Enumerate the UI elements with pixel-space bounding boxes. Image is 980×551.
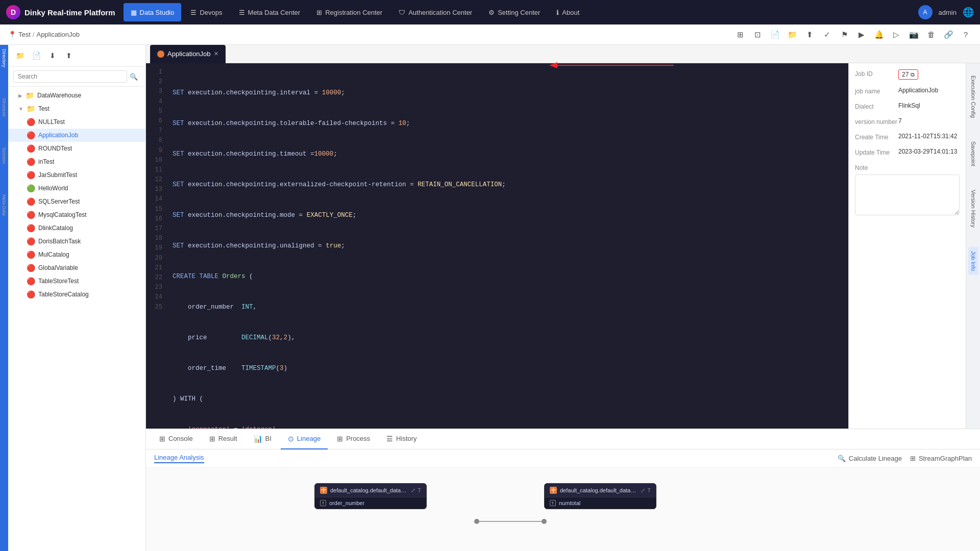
- user-avatar[interactable]: A: [918, 5, 933, 19]
- nav-reg-label: Registration Center: [325, 9, 382, 16]
- toolbar-icon-delete[interactable]: 🗑: [925, 29, 937, 41]
- toolbar-icon-layout[interactable]: ⊞: [734, 29, 746, 41]
- sidebar-mini-session[interactable]: Session: [2, 147, 7, 164]
- search-button[interactable]: 🔍: [127, 70, 140, 83]
- stream-graph-button[interactable]: ⊞ StreamGraphPlan: [910, 455, 972, 462]
- right-tab-jobinfo[interactable]: Job Info: [968, 247, 978, 275]
- bottom-tab-result[interactable]: ⊞ Result: [202, 429, 244, 449]
- sidebar-mini-directory[interactable]: Directory: [2, 49, 7, 67]
- right-panel-content: Job ID 27 ⧉ job name ApplicationJob Dial…: [849, 63, 966, 429]
- node-field-numtotal: T numtotal: [545, 497, 656, 509]
- right-tab-savepoint[interactable]: Savepoint: [968, 137, 978, 170]
- logo-icon: D: [6, 5, 20, 19]
- tree-item-appjob[interactable]: 🔴 ApplicationJob: [8, 129, 145, 142]
- nav-devops[interactable]: ☰ Devops: [183, 3, 229, 21]
- nav-devops-icon: ☰: [190, 9, 197, 16]
- tree-item-test[interactable]: ▼ 📁 Test: [8, 102, 145, 115]
- tree-item-nulltest[interactable]: 🔴 NULLTest: [8, 115, 145, 129]
- nav-setting[interactable]: ⚙ Setting Center: [481, 3, 547, 21]
- breadcrumb-test[interactable]: Test: [18, 31, 31, 38]
- tree-item-globalvar[interactable]: 🔴 GlobalVariable: [8, 261, 145, 274]
- nav-meta-data[interactable]: ☰ Meta Data Center: [232, 3, 308, 21]
- chevron-down-icon: ▼: [18, 106, 23, 112]
- nav-data-studio[interactable]: ▦ Data Studio: [124, 3, 182, 21]
- nav-registration[interactable]: ⊞ Registration Center: [309, 3, 389, 21]
- toolbar-icon-view[interactable]: ⊡: [751, 29, 764, 41]
- calculate-lineage-button[interactable]: 🔍 Calculate Lineage: [838, 455, 902, 462]
- toolbar-icon-flag[interactable]: ⚑: [838, 29, 850, 41]
- update-time-label: Update Time: [855, 148, 898, 156]
- calculate-label: Calculate Lineage: [849, 455, 902, 462]
- nav-devops-label: Devops: [200, 9, 222, 16]
- nav-auth[interactable]: 🛡 Authentication Center: [391, 3, 479, 21]
- process-label: Process: [346, 435, 370, 442]
- download-icon[interactable]: ⬇: [46, 49, 59, 62]
- node-header-pt: default_catalog.default_database.pt ⤢ T: [545, 484, 656, 497]
- tree-item-intest[interactable]: 🔴 inTest: [8, 155, 145, 168]
- toolbar-icon-help[interactable]: ?: [960, 29, 972, 41]
- prop-job-name: job name ApplicationJob: [855, 87, 960, 95]
- tree-item-roundtest[interactable]: 🔴 ROUNDTest: [8, 142, 145, 155]
- tree-item-jarsubmit[interactable]: 🔴 JarSubmitTest: [8, 168, 145, 182]
- toolbar-icon-link[interactable]: 🔗: [942, 29, 954, 41]
- toolbar-icon-camera[interactable]: 📷: [908, 29, 920, 41]
- new-folder-icon[interactable]: 📁: [13, 49, 27, 62]
- field-name-numtotal: numtotal: [559, 500, 580, 506]
- top-nav: D Dinky Real-time Platform ▦ Data Studio…: [0, 0, 980, 24]
- right-tab-execution[interactable]: Execution Config: [968, 71, 978, 122]
- toolbar-icon-play[interactable]: ▶: [855, 29, 868, 41]
- toolbar-icon-bell[interactable]: 🔔: [873, 29, 885, 41]
- tree-item-helloworld[interactable]: 🟢 HelloWorld: [8, 182, 145, 195]
- new-file-icon[interactable]: 📄: [30, 49, 43, 62]
- tree-label-appjob: ApplicationJob: [38, 132, 78, 139]
- file-icon-tablestorecatalog: 🔴: [27, 290, 35, 298]
- search-input[interactable]: [13, 70, 127, 83]
- tree-item-tablestorecatalog[interactable]: 🔴 TableStoreCatalog: [8, 288, 145, 301]
- right-tab-version[interactable]: Version History: [968, 186, 978, 232]
- tree-item-mulcatalog[interactable]: 🔴 MulCatalog: [8, 248, 145, 261]
- console-label: Console: [168, 435, 193, 442]
- tree-item-dorisbatch[interactable]: 🔴 DorisBatchTask: [8, 235, 145, 248]
- node-expand-icon-pt[interactable]: ⤢: [641, 487, 645, 494]
- node-actions-orders: ⤢ T: [411, 487, 421, 494]
- bottom-tab-bi[interactable]: 📊 BI: [247, 429, 279, 449]
- node-actions-pt: ⤢ T: [641, 487, 651, 494]
- bottom-tab-process[interactable]: ⊞ Process: [330, 429, 377, 449]
- sidebar-mini-structure[interactable]: Structure: [2, 98, 7, 117]
- tab-file-icon: [157, 51, 164, 58]
- tree-item-dlinkcatalog[interactable]: 🔴 DlinkCatalog: [8, 221, 145, 235]
- upload-icon[interactable]: ⬆: [62, 49, 76, 62]
- bottom-tab-history[interactable]: ☰ History: [379, 429, 424, 449]
- node-expand-icon[interactable]: ⤢: [411, 487, 415, 494]
- node-table-icon: [320, 487, 327, 494]
- nav-about[interactable]: ℹ About: [549, 3, 586, 21]
- node-text-icon-pt[interactable]: T: [647, 487, 651, 494]
- note-textarea[interactable]: [855, 174, 960, 215]
- toolbar-icon-upload[interactable]: ⬆: [803, 29, 816, 41]
- tree-item-sqlserver[interactable]: 🔴 SQLServerTest: [8, 195, 145, 208]
- editor-tab-appjob[interactable]: ApplicationJob ✕: [150, 45, 226, 63]
- folder-icon-test: 📁: [27, 105, 35, 113]
- file-icon-globalvar: 🔴: [27, 264, 35, 272]
- toolbar-icon-file[interactable]: 📄: [769, 29, 781, 41]
- sidebar-mini-meta[interactable]: Meta Data: [2, 194, 7, 216]
- copy-icon[interactable]: ⧉: [911, 71, 915, 78]
- bottom-tab-lineage[interactable]: ⊙ Lineage: [281, 429, 328, 449]
- toolbar-icon-folder[interactable]: 📁: [786, 29, 798, 41]
- code-editor[interactable]: 1 2 3 4 5 6 7 8 9 10 11 12 13 14: [146, 63, 848, 429]
- tree-item-tablestore[interactable]: 🔴 TableStoreTest: [8, 274, 145, 288]
- toolbar-icon-check[interactable]: ✓: [821, 29, 833, 41]
- tree-label-tablestore: TableStoreTest: [38, 278, 79, 285]
- nav-about-icon: ℹ: [556, 9, 559, 16]
- breadcrumb-location-icon: 📍: [8, 31, 16, 38]
- tab-close-icon[interactable]: ✕: [214, 51, 218, 57]
- toolbar-icon-run[interactable]: ▷: [890, 29, 902, 41]
- bi-label: BI: [265, 435, 272, 442]
- language-icon[interactable]: 🌐: [963, 7, 974, 18]
- tree-item-datawarehouse[interactable]: ▶ 📁 DataWarehouse: [8, 89, 145, 102]
- tree-item-mysqlcatalog[interactable]: 🔴 MysqlCatalogTest: [8, 208, 145, 221]
- node-text-icon[interactable]: T: [418, 487, 421, 494]
- user-name: admin: [939, 9, 957, 16]
- app-logo: D Dinky Real-time Platform: [6, 5, 115, 19]
- bottom-tab-console[interactable]: ⊞ Console: [152, 429, 200, 449]
